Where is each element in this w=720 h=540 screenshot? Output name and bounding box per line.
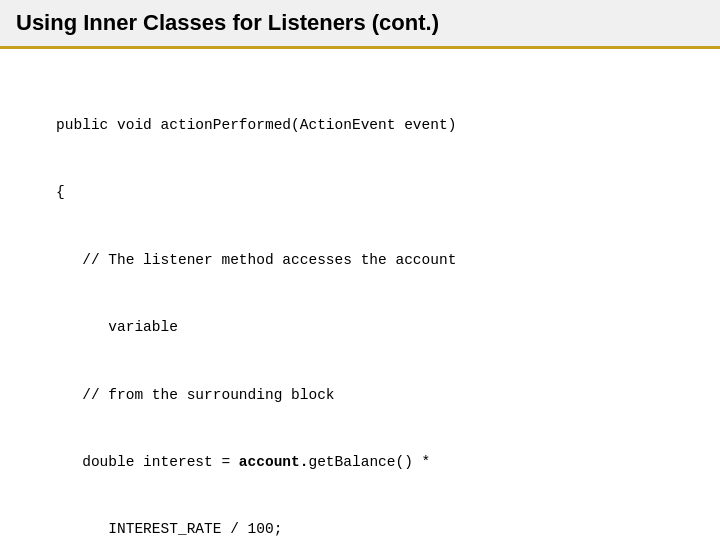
code-line-7: INTEREST_RATE / 100; <box>30 518 690 540</box>
code-line-2: { <box>30 181 690 203</box>
code-line-6: double interest = account.getBalance() * <box>30 451 690 473</box>
slide-header: Using Inner Classes for Listeners (cont.… <box>0 0 720 49</box>
code-line-5: // from the surrounding block <box>30 384 690 406</box>
code-line-1: public void actionPerformed(ActionEvent … <box>30 114 690 136</box>
slide-content: public void actionPerformed(ActionEvent … <box>0 49 720 540</box>
code-line-4: variable <box>30 316 690 338</box>
slide-title: Using Inner Classes for Listeners (cont.… <box>16 10 439 36</box>
code-block: public void actionPerformed(ActionEvent … <box>30 69 690 540</box>
code-line-3: // The listener method accesses the acco… <box>30 249 690 271</box>
slide-container: Using Inner Classes for Listeners (cont.… <box>0 0 720 540</box>
